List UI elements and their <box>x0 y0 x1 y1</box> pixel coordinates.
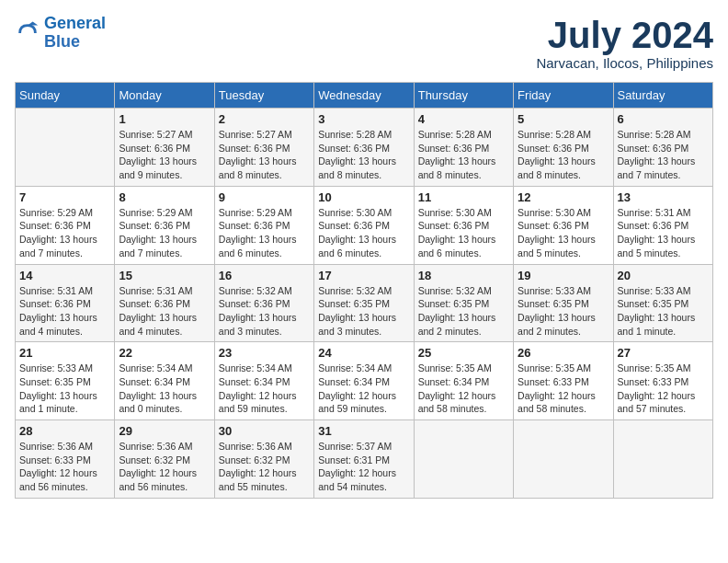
calendar-cell: 10Sunrise: 5:30 AMSunset: 6:36 PMDayligh… <box>314 186 414 264</box>
day-number: 11 <box>418 190 509 204</box>
day-number: 23 <box>219 346 310 360</box>
calendar-cell: 6Sunrise: 5:28 AMSunset: 6:36 PMDaylight… <box>613 109 712 187</box>
day-number: 29 <box>119 424 210 438</box>
day-number: 27 <box>618 346 709 360</box>
day-number: 4 <box>418 112 509 126</box>
day-info: Sunrise: 5:33 AMSunset: 6:35 PMDaylight:… <box>518 284 609 339</box>
day-number: 6 <box>618 112 709 126</box>
title-block: July 2024 Narvacan, Ilocos, Philippines <box>536 15 713 71</box>
day-number: 24 <box>318 346 409 360</box>
day-number: 17 <box>318 269 409 282</box>
day-info: Sunrise: 5:32 AMSunset: 6:35 PMDaylight:… <box>418 284 509 339</box>
calendar-cell: 29Sunrise: 5:36 AMSunset: 6:32 PMDayligh… <box>115 420 214 499</box>
day-number: 22 <box>119 346 210 360</box>
weekday-header-cell: Saturday <box>613 83 712 109</box>
day-number: 20 <box>618 269 709 282</box>
day-number: 7 <box>19 190 110 204</box>
calendar-cell: 3Sunrise: 5:28 AMSunset: 6:36 PMDaylight… <box>314 109 414 187</box>
day-number: 25 <box>418 346 509 360</box>
calendar-cell: 19Sunrise: 5:33 AMSunset: 6:35 PMDayligh… <box>514 264 613 342</box>
day-number: 5 <box>518 112 609 126</box>
day-info: Sunrise: 5:28 AMSunset: 6:36 PMDaylight:… <box>618 128 709 182</box>
calendar-cell: 14Sunrise: 5:31 AMSunset: 6:36 PMDayligh… <box>16 264 115 342</box>
calendar-cell: 20Sunrise: 5:33 AMSunset: 6:35 PMDayligh… <box>613 264 712 342</box>
month-title: July 2024 <box>536 15 713 55</box>
calendar-week-row: 14Sunrise: 5:31 AMSunset: 6:36 PMDayligh… <box>16 264 713 342</box>
day-info: Sunrise: 5:37 AMSunset: 6:31 PMDaylight:… <box>318 440 409 494</box>
weekday-header-cell: Wednesday <box>314 83 414 109</box>
calendar-cell: 7Sunrise: 5:29 AMSunset: 6:36 PMDaylight… <box>16 186 115 264</box>
calendar-cell: 26Sunrise: 5:35 AMSunset: 6:33 PMDayligh… <box>514 342 613 420</box>
day-number: 10 <box>318 190 409 204</box>
day-info: Sunrise: 5:31 AMSunset: 6:36 PMDaylight:… <box>618 206 709 260</box>
day-number: 2 <box>219 112 310 126</box>
day-number: 12 <box>518 190 609 204</box>
calendar-cell: 13Sunrise: 5:31 AMSunset: 6:36 PMDayligh… <box>613 186 712 264</box>
day-info: Sunrise: 5:30 AMSunset: 6:36 PMDaylight:… <box>518 206 609 260</box>
calendar-cell: 15Sunrise: 5:31 AMSunset: 6:36 PMDayligh… <box>115 264 214 342</box>
calendar-cell: 11Sunrise: 5:30 AMSunset: 6:36 PMDayligh… <box>414 186 513 264</box>
calendar-cell: 18Sunrise: 5:32 AMSunset: 6:35 PMDayligh… <box>414 264 513 342</box>
calendar-week-row: 21Sunrise: 5:33 AMSunset: 6:35 PMDayligh… <box>16 342 713 420</box>
day-info: Sunrise: 5:33 AMSunset: 6:35 PMDaylight:… <box>19 362 110 416</box>
weekday-header-cell: Tuesday <box>214 83 313 109</box>
day-number: 3 <box>318 112 409 126</box>
calendar-cell: 22Sunrise: 5:34 AMSunset: 6:34 PMDayligh… <box>115 342 214 420</box>
day-info: Sunrise: 5:27 AMSunset: 6:36 PMDaylight:… <box>219 128 310 182</box>
day-number: 31 <box>318 424 409 438</box>
day-info: Sunrise: 5:28 AMSunset: 6:36 PMDaylight:… <box>418 128 509 182</box>
day-number: 21 <box>19 346 110 360</box>
day-info: Sunrise: 5:34 AMSunset: 6:34 PMDaylight:… <box>219 362 310 416</box>
day-info: Sunrise: 5:35 AMSunset: 6:34 PMDaylight:… <box>418 362 509 416</box>
weekday-header-cell: Sunday <box>16 83 115 109</box>
calendar-cell: 27Sunrise: 5:35 AMSunset: 6:33 PMDayligh… <box>613 342 712 420</box>
logo: General Blue <box>15 15 106 52</box>
calendar-cell: 25Sunrise: 5:35 AMSunset: 6:34 PMDayligh… <box>414 342 513 420</box>
day-number: 1 <box>119 112 210 126</box>
day-number: 13 <box>618 190 709 204</box>
calendar-cell: 2Sunrise: 5:27 AMSunset: 6:36 PMDaylight… <box>214 109 313 187</box>
location: Narvacan, Ilocos, Philippines <box>536 55 713 71</box>
calendar-cell <box>613 420 712 499</box>
calendar-cell: 17Sunrise: 5:32 AMSunset: 6:35 PMDayligh… <box>314 264 414 342</box>
calendar-week-row: 7Sunrise: 5:29 AMSunset: 6:36 PMDaylight… <box>16 186 713 264</box>
calendar-cell: 28Sunrise: 5:36 AMSunset: 6:33 PMDayligh… <box>16 420 115 499</box>
day-info: Sunrise: 5:34 AMSunset: 6:34 PMDaylight:… <box>318 362 409 416</box>
day-info: Sunrise: 5:29 AMSunset: 6:36 PMDaylight:… <box>119 206 210 260</box>
day-number: 19 <box>518 269 609 282</box>
weekday-header-cell: Monday <box>115 83 214 109</box>
weekday-header-cell: Thursday <box>414 83 513 109</box>
day-number: 18 <box>418 269 509 282</box>
calendar-cell: 12Sunrise: 5:30 AMSunset: 6:36 PMDayligh… <box>514 186 613 264</box>
calendar-cell: 5Sunrise: 5:28 AMSunset: 6:36 PMDaylight… <box>514 109 613 187</box>
logo-icon <box>15 20 40 46</box>
calendar-body: 1Sunrise: 5:27 AMSunset: 6:36 PMDaylight… <box>16 109 713 499</box>
day-info: Sunrise: 5:36 AMSunset: 6:32 PMDaylight:… <box>219 440 310 494</box>
day-info: Sunrise: 5:29 AMSunset: 6:36 PMDaylight:… <box>19 206 110 260</box>
day-info: Sunrise: 5:35 AMSunset: 6:33 PMDaylight:… <box>618 362 709 416</box>
day-info: Sunrise: 5:28 AMSunset: 6:36 PMDaylight:… <box>318 128 409 182</box>
calendar-week-row: 28Sunrise: 5:36 AMSunset: 6:33 PMDayligh… <box>16 420 713 499</box>
calendar-cell: 16Sunrise: 5:32 AMSunset: 6:36 PMDayligh… <box>214 264 313 342</box>
day-info: Sunrise: 5:28 AMSunset: 6:36 PMDaylight:… <box>518 128 609 182</box>
day-info: Sunrise: 5:36 AMSunset: 6:33 PMDaylight:… <box>19 440 110 494</box>
day-number: 30 <box>219 424 310 438</box>
day-number: 15 <box>119 269 210 282</box>
day-info: Sunrise: 5:29 AMSunset: 6:36 PMDaylight:… <box>219 206 310 260</box>
calendar-cell: 9Sunrise: 5:29 AMSunset: 6:36 PMDaylight… <box>214 186 313 264</box>
day-info: Sunrise: 5:34 AMSunset: 6:34 PMDaylight:… <box>119 362 210 416</box>
calendar-cell: 21Sunrise: 5:33 AMSunset: 6:35 PMDayligh… <box>16 342 115 420</box>
calendar-week-row: 1Sunrise: 5:27 AMSunset: 6:36 PMDaylight… <box>16 109 713 187</box>
calendar-table: SundayMondayTuesdayWednesdayThursdayFrid… <box>15 82 713 499</box>
calendar-cell <box>16 109 115 187</box>
day-number: 26 <box>518 346 609 360</box>
calendar-cell <box>414 420 513 499</box>
weekday-header-row: SundayMondayTuesdayWednesdayThursdayFrid… <box>16 83 713 109</box>
day-info: Sunrise: 5:32 AMSunset: 6:36 PMDaylight:… <box>219 284 310 339</box>
day-info: Sunrise: 5:32 AMSunset: 6:35 PMDaylight:… <box>318 284 409 339</box>
day-number: 16 <box>219 269 310 282</box>
day-number: 28 <box>19 424 110 438</box>
day-number: 9 <box>219 190 310 204</box>
day-info: Sunrise: 5:36 AMSunset: 6:32 PMDaylight:… <box>119 440 210 494</box>
day-number: 8 <box>119 190 210 204</box>
